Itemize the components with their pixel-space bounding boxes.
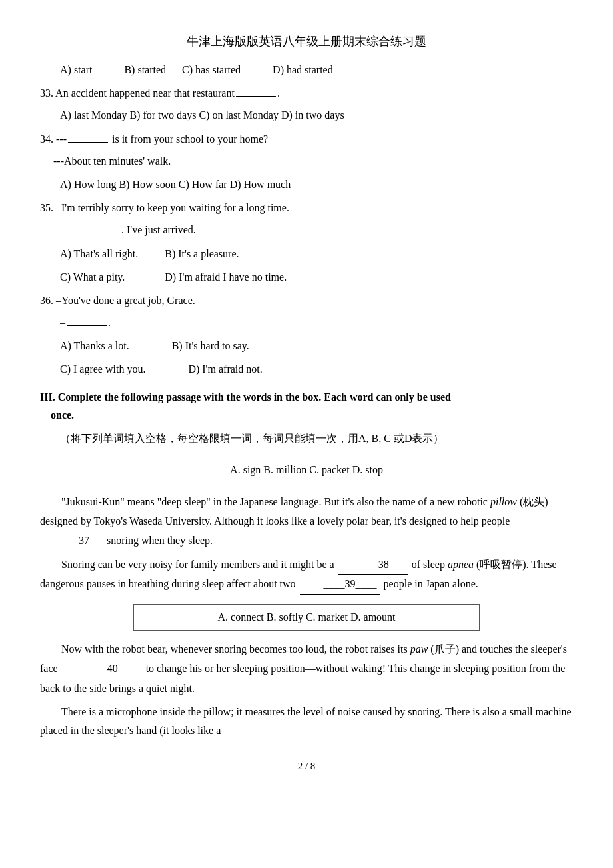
q35-optD: D) I'm afraid I have no time.: [165, 271, 287, 283]
word-box-2: A. connect B. softly C. market D. amount: [133, 604, 480, 631]
q36-opts-ab: A) Thanks a lot. B) It's hard to say.: [60, 337, 573, 355]
section3-chinese: （将下列单词填入空格，每空格限填一词，每词只能填一次，用A, B, C 或D表示…: [60, 429, 573, 447]
q35-optB: B) It's a pleasure.: [165, 248, 239, 259]
q35-optA: A) That's all right.: [60, 248, 138, 259]
q33-options: A) last Monday B) for two days C) on las…: [60, 106, 573, 124]
q34-options-text: A) How long B) How soon C) How far D) Ho…: [60, 179, 291, 190]
q36-optC: C) I agree with you.: [60, 363, 145, 375]
q35-stem-b: –. I've just arrived.: [60, 221, 573, 239]
page-number: 2 / 8: [40, 761, 573, 772]
q32-optD: D) had started: [273, 64, 333, 75]
q32-options: A) start B) started C) has started D) ha…: [60, 61, 573, 79]
q34-options: A) How long B) How soon C) How far D) Ho…: [60, 175, 573, 193]
q36-optB: B) It's hard to say.: [172, 340, 249, 351]
q32-optA: A) start: [60, 64, 92, 75]
passage-p3: Now with the robot bear, whenever snorin…: [40, 640, 573, 698]
q33-stem: 33. An accident happened near that resta…: [40, 84, 573, 102]
q34-stem: 34. --- is it from your school to your h…: [40, 130, 573, 148]
passage-p2: Snoring can be very noisy for family mem…: [40, 555, 573, 595]
q36-optD: D) I'm afraid not.: [188, 363, 262, 375]
passage-p1: "Jukusui-Kun" means "deep sleep" in the …: [40, 493, 573, 551]
q33-blank: [236, 96, 276, 97]
q36-stem-a: 36. –You've done a great job, Grace.: [40, 291, 573, 309]
word-box-1: A. sign B. million C. packet D. stop: [147, 457, 466, 483]
q34-blank: [68, 142, 108, 143]
q36-stem-b: –.: [60, 313, 573, 331]
q35-opts-ab: A) That's all right. B) It's a pleasure.: [60, 245, 573, 263]
page-title: 牛津上海版版英语八年级上册期末综合练习题: [40, 33, 573, 55]
passage-p4: There is a microphone inside the pillow;…: [40, 703, 573, 741]
q35-blank: [67, 233, 120, 233]
q36-opts-cd: C) I agree with you. D) I'm afraid not.: [60, 360, 573, 378]
q35-stem-a: 35. –I'm terribly sorry to keep you wait…: [40, 199, 573, 217]
q36-blank: [67, 325, 107, 326]
section3-title: III. Complete the following passage with…: [40, 388, 573, 424]
q32-optB: B) started: [124, 64, 166, 75]
q33-options-text: A) last Monday B) for two days C) on las…: [60, 109, 344, 121]
q35-optC: C) What a pity.: [60, 271, 125, 283]
q34-sub: ---About ten minutes' walk.: [53, 152, 573, 170]
q32-optC: C) has started: [182, 64, 241, 75]
q35-opts-cd: C) What a pity. D) I'm afraid I have no …: [60, 268, 573, 286]
q36-optA: A) Thanks a lot.: [60, 340, 129, 351]
